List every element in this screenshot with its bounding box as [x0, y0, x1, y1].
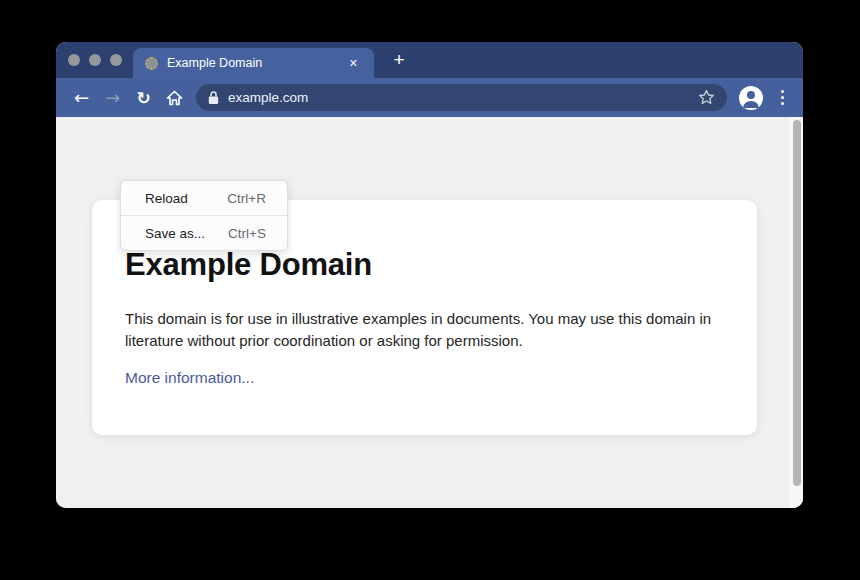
tab-favicon-icon [145, 57, 158, 70]
menu-item-shortcut: Ctrl+S [228, 226, 266, 241]
scrollbar-track[interactable] [790, 117, 803, 508]
new-tab-button[interactable]: + [386, 42, 412, 78]
menu-item-reload[interactable]: Reload Ctrl+R [121, 181, 287, 215]
browser-window: Example Domain ✕ + ← → ↻ example.com [56, 42, 803, 508]
scrollbar-thumb[interactable] [793, 120, 801, 486]
window-controls [68, 42, 122, 78]
minimize-window-button[interactable] [89, 54, 101, 66]
overflow-menu-icon[interactable] [771, 83, 793, 113]
menu-item-label: Reload [145, 191, 188, 206]
url-text: example.com [228, 90, 308, 105]
page-heading: Example Domain [125, 248, 724, 282]
close-window-button[interactable] [68, 54, 80, 66]
forward-button[interactable]: → [97, 83, 128, 113]
page-viewport: Example Domain This domain is for use in… [56, 117, 803, 508]
menu-item-shortcut: Ctrl+R [227, 191, 266, 206]
tab-title: Example Domain [167, 56, 336, 70]
page-paragraph: This domain is for use in illustrative e… [125, 308, 717, 352]
tab-example-domain[interactable]: Example Domain ✕ [133, 48, 374, 78]
home-button[interactable] [159, 83, 190, 113]
tab-strip: Example Domain ✕ + [56, 42, 803, 78]
lock-icon [208, 91, 219, 105]
bookmark-star-icon[interactable] [698, 89, 715, 106]
toolbar: ← → ↻ example.com [56, 78, 803, 117]
reload-button[interactable]: ↻ [128, 83, 159, 113]
profile-avatar[interactable] [739, 86, 763, 110]
home-icon [166, 90, 183, 106]
more-information-link[interactable]: More information... [125, 369, 254, 387]
menu-item-label: Save as... [145, 226, 205, 241]
address-bar[interactable]: example.com [196, 84, 727, 111]
context-menu: Reload Ctrl+R Save as... Ctrl+S [120, 180, 288, 251]
zoom-window-button[interactable] [110, 54, 122, 66]
person-icon [739, 86, 763, 110]
tab-close-icon[interactable]: ✕ [345, 55, 362, 72]
menu-item-save-as[interactable]: Save as... Ctrl+S [121, 216, 287, 250]
back-button[interactable]: ← [66, 83, 97, 113]
